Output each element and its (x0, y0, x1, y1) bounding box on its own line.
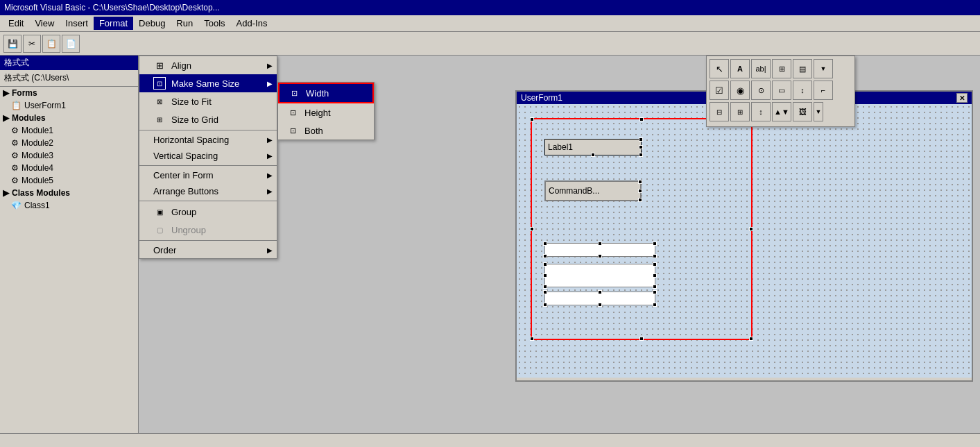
menu-tools[interactable]: Tools (198, 17, 230, 30)
userform-close-button[interactable]: ✕ (956, 93, 968, 103)
ftoolbar-check[interactable]: ☑ (710, 81, 729, 100)
ftoolbar-text-tool[interactable]: ab| (751, 59, 771, 78)
class1-label: Class1 (24, 201, 50, 210)
ftoolbar-label-tool[interactable]: A (730, 59, 750, 78)
class-modules-label: Class Modules (12, 188, 70, 198)
tb3-handle-bm (598, 303, 602, 307)
separator2 (139, 165, 277, 166)
menu-run[interactable]: Run (171, 17, 198, 30)
ftoolbar-row1: ↖ A ab| ⊞ ▤ ▼ (710, 59, 852, 78)
menu-edit[interactable]: Edit (3, 17, 29, 30)
menu-debug[interactable]: Debug (133, 17, 171, 30)
menu-item-make-same-size[interactable]: ⊡ Make Same Size ▶ (139, 74, 277, 92)
tb2-handle-ml (543, 273, 547, 278)
ftoolbar-radio[interactable]: ◉ (730, 81, 750, 100)
sidebar-item-module5[interactable]: ⚙ Module5 (0, 174, 138, 187)
ftoolbar-corner[interactable]: ⌐ (814, 81, 833, 100)
module1-icon: ⚙ (11, 126, 19, 135)
ftoolbar-combo-tool[interactable]: ▤ (793, 59, 812, 78)
handle-bm (639, 337, 644, 341)
toolbar-copy[interactable]: 📋 (42, 35, 60, 53)
module4-label: Module4 (22, 163, 53, 173)
form-label1-text: Label1 (548, 142, 573, 152)
btn-handle-br (638, 198, 642, 202)
toolbar-save[interactable]: 💾 (3, 35, 22, 53)
handle-mr (749, 227, 753, 231)
form-label1[interactable]: Label1 (544, 139, 642, 155)
sidebar-item-module2[interactable]: ⚙ Module2 (0, 137, 138, 149)
label-handle-mr (639, 145, 643, 149)
handle-bl (530, 337, 534, 341)
tb3-handle-bl (543, 303, 547, 307)
ftoolbar-image[interactable]: 🖼 (793, 102, 812, 121)
toolbar-paste[interactable]: 📄 (62, 35, 80, 53)
ftoolbar-scroll[interactable]: ↕ (793, 81, 812, 100)
module5-label: Module5 (22, 176, 53, 185)
both-icon: ⊡ (286, 124, 299, 137)
sidebar-item-module4[interactable]: ⚙ Module4 (0, 162, 138, 174)
menu-item-vertical-spacing[interactable]: Vertical Spacing ▶ (139, 148, 277, 164)
tb3-handle-tr (653, 290, 657, 294)
menu-item-group[interactable]: ▣ Group (139, 203, 277, 221)
form-textbox2[interactable] (544, 264, 655, 287)
menu-item-size-to-fit[interactable]: ⊠ Size to Fit (139, 92, 277, 110)
ftoolbar-more[interactable]: ▼ (814, 102, 823, 121)
menu-item-align[interactable]: ⊞ Align ▶ (139, 56, 277, 74)
tree-section-modules: ▶ Modules (0, 112, 138, 124)
submenu-item-height[interactable]: ⊡ Height (278, 103, 374, 121)
make-same-size-submenu: ⊡ Width ⊡ Height ⊡ Both (277, 82, 375, 140)
ftoolbar-grid-tool[interactable]: ⊞ (772, 59, 791, 78)
sidebar-item-userform1[interactable]: 📋 UserForm1 (0, 99, 138, 112)
tb2-handle-bl (543, 285, 547, 289)
sidebar-item-class1[interactable]: 💎 Class1 (0, 199, 138, 212)
menu-view[interactable]: View (29, 17, 60, 30)
ftoolbar-toggle[interactable]: ⊙ (751, 81, 771, 100)
form-textbox3[interactable] (544, 292, 655, 305)
module2-icon: ⚙ (11, 138, 19, 148)
menu-insert[interactable]: Insert (60, 17, 94, 30)
center-arrow: ▶ (267, 171, 273, 179)
label-handle-bm (591, 153, 595, 157)
submenu-item-both[interactable]: ⊡ Both (278, 121, 374, 140)
ftoolbar-select[interactable]: ↖ (710, 59, 729, 78)
tb1-handle-tr (653, 242, 657, 246)
status-bar (0, 433, 980, 447)
ftoolbar-spinbtn[interactable]: ▲▼ (772, 102, 791, 121)
module3-label: Module3 (22, 151, 53, 160)
ftoolbar-frame[interactable]: ▭ (772, 81, 791, 100)
submenu-item-width[interactable]: ⊡ Width (278, 83, 374, 103)
menu-addins[interactable]: Add-Ins (231, 17, 273, 30)
tb1-handle-br (653, 254, 657, 258)
ftoolbar-row2: ☑ ◉ ⊙ ▭ ↕ ⌐ (710, 81, 852, 100)
toolbar-cut[interactable]: ✂ (23, 35, 41, 53)
ftoolbar-dropdown2[interactable]: ▼ (814, 59, 833, 78)
arrange-arrow: ▶ (267, 187, 273, 195)
ftoolbar-tabstrip[interactable]: ⊞ (730, 102, 750, 121)
menu-item-ungroup[interactable]: ▢ Ungroup (139, 221, 277, 239)
menu-item-size-to-grid[interactable]: ⊞ Size to Grid (139, 110, 277, 128)
forms-label: Forms (12, 88, 37, 98)
module1-label: Module1 (22, 126, 53, 135)
tb2-handle-br (653, 285, 657, 289)
userform1-label: UserForm1 (24, 101, 66, 110)
menu-item-arrange-buttons[interactable]: Arrange Buttons ▶ (139, 183, 277, 199)
menu-item-order[interactable]: Order ▶ (139, 242, 277, 258)
make-same-size-icon: ⊡ (153, 77, 166, 90)
sidebar: 格式式 格式式 (C:\Users\ ▶ Forms 📋 UserForm1 ▶… (0, 56, 139, 447)
ftoolbar-scrollbar[interactable]: ↕ (751, 102, 771, 121)
size-to-grid-icon: ⊞ (153, 113, 166, 126)
handle-br (749, 337, 753, 341)
menu-item-horizontal-spacing[interactable]: Horizontal Spacing ▶ (139, 132, 277, 148)
menu-item-center-in-form[interactable]: Center in Form ▶ (139, 167, 277, 183)
menu-bar: Edit View Insert Format Debug Run Tools … (0, 15, 980, 32)
form-textbox1[interactable] (544, 243, 655, 257)
ftoolbar-multipage[interactable]: ⊟ (710, 102, 729, 121)
menu-format[interactable]: Format (94, 17, 133, 30)
module3-icon: ⚙ (11, 151, 19, 160)
sidebar-item-module1[interactable]: ⚙ Module1 (0, 124, 138, 137)
form-commandbutton1[interactable]: CommandB... (544, 180, 642, 201)
format-menu: ⊞ Align ▶ ⊡ Make Same Size ▶ ⊠ Size to F… (139, 56, 277, 259)
sidebar-item-module3[interactable]: ⚙ Module3 (0, 149, 138, 162)
userform-body[interactable]: Label1 CommandB... (517, 104, 972, 378)
tb3-handle-br (653, 303, 657, 307)
